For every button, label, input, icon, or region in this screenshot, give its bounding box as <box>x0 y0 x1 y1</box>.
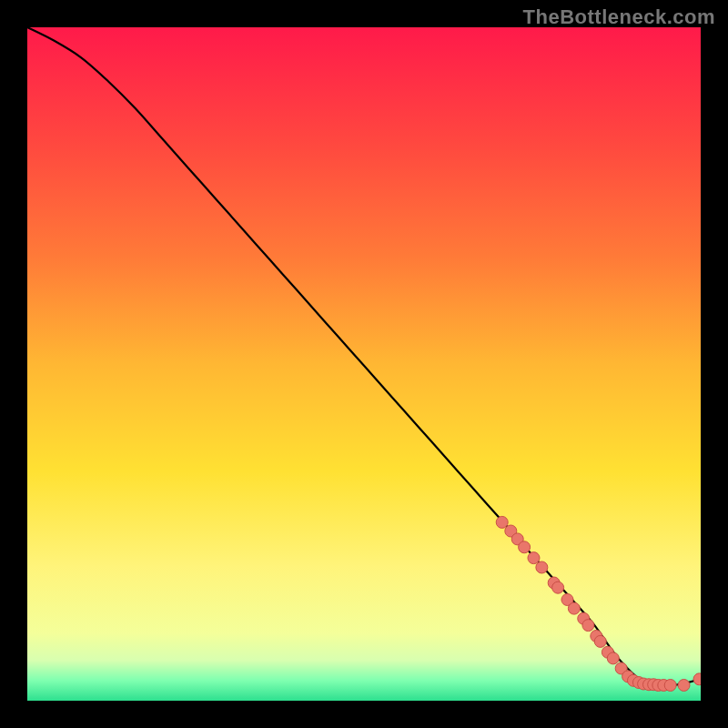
chart-stage: TheBottleneck.com <box>0 0 728 728</box>
watermark-text: TheBottleneck.com <box>523 5 715 29</box>
data-marker <box>582 620 594 632</box>
gradient-background <box>27 27 701 701</box>
data-marker <box>594 635 606 647</box>
chart-plot <box>27 27 701 701</box>
data-marker <box>552 581 564 593</box>
data-marker <box>568 602 580 614</box>
data-marker <box>693 673 701 685</box>
data-marker <box>496 516 508 528</box>
data-marker <box>678 679 690 691</box>
data-marker <box>519 541 531 553</box>
data-marker <box>607 652 619 664</box>
chart-svg <box>27 27 701 701</box>
data-marker <box>528 552 540 564</box>
data-marker <box>536 561 548 573</box>
data-marker <box>664 679 676 691</box>
